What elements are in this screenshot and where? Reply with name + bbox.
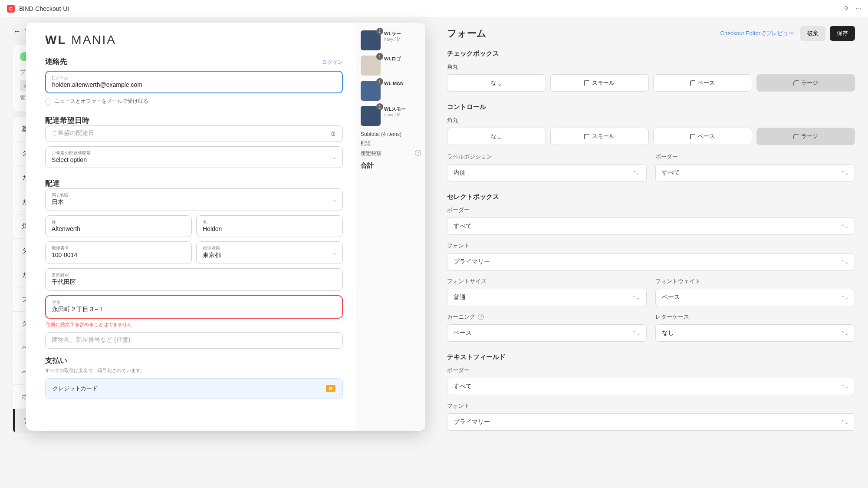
discard-button[interactable]: 破棄 — [800, 26, 825, 41]
email-value: holden.altenwerth@example.com — [52, 81, 142, 88]
calendar-icon: 🗓 — [331, 131, 336, 137]
checkout-preview-modal: WL MANIA 連絡先 ログイン Eメール holden.altenwerth… — [26, 23, 425, 431]
cart-item: 1 WLスモーnavy / M — [361, 106, 421, 126]
corner-icon — [793, 134, 799, 139]
lastname-field[interactable]: 姓 Altenwerth — [45, 215, 192, 237]
delivery-time-select[interactable]: ご希望の配達時間帯 Select option ⌄ — [45, 146, 343, 168]
corner-icon — [584, 134, 589, 139]
radius-small[interactable]: スモール — [550, 74, 649, 92]
sb-fontweight-select[interactable]: ベース⌃⌄ — [655, 289, 855, 306]
radius-base[interactable]: ベース — [653, 74, 752, 92]
payment-title: 支払い — [45, 356, 343, 366]
address-error: 住所に絵文字を含めることはできません — [46, 321, 343, 328]
panel-title: フォーム — [447, 27, 487, 40]
radius-large[interactable]: ラージ — [756, 128, 855, 145]
updown-icon: ⌃⌄ — [841, 224, 848, 229]
preview-main: WL MANIA 連絡先 ログイン Eメール holden.altenwerth… — [26, 23, 356, 431]
address-field[interactable]: 住所 永田町２丁目３−１ — [45, 295, 343, 319]
shipping-row: 配送 — [361, 140, 421, 147]
checkbox-radius-label: 角丸 — [447, 63, 855, 71]
updown-icon: ⌃⌄ — [632, 295, 640, 300]
building-field[interactable]: 建物名、部屋番号など (任意) — [45, 332, 343, 349]
checkbox-section: チェックボックス 角丸 なし スモール ベース ラージ — [447, 49, 855, 92]
kerning-label: カーニング? — [447, 313, 647, 321]
shipping-section: 配達 国 / 地域 日本 ⌄ 姓 Altenwerth 名 Holden — [45, 178, 343, 349]
chevron-down-icon: ⌄ — [332, 155, 336, 160]
payment-note: すべての取引は安全で、暗号化されています。 — [45, 367, 343, 374]
sb-lettercase-select[interactable]: なし⌃⌄ — [655, 324, 855, 342]
product-thumb: 1 — [361, 106, 381, 126]
radius-large[interactable]: ラージ — [756, 74, 855, 92]
updown-icon: ⌃⌄ — [841, 295, 848, 300]
updown-icon: ⌃⌄ — [632, 330, 640, 336]
email-field[interactable]: Eメール holden.altenwerth@example.com — [45, 71, 343, 93]
prefecture-select[interactable]: 都道府県 東京都 ⌄ — [196, 241, 343, 264]
brand-logo: WL MANIA — [45, 33, 343, 47]
cart-item: 1 WL MAN — [361, 81, 421, 101]
city-field[interactable]: 市区町村 千代田区 — [45, 268, 343, 291]
email-label: Eメール — [52, 75, 336, 81]
label-position-select[interactable]: 内側⌃⌄ — [447, 164, 647, 181]
sb-fontsize-select[interactable]: 普通⌃⌄ — [447, 289, 647, 306]
sb-kerning-select[interactable]: ベース⌃⌄ — [447, 324, 647, 342]
updown-icon: ⌃⌄ — [841, 419, 848, 425]
product-thumb: 1 — [361, 30, 381, 50]
subtotal-row: Subtotal (4 items) — [361, 131, 421, 137]
radius-base[interactable]: ベース — [653, 128, 752, 145]
control-title: コントロール — [447, 103, 855, 111]
sb-font-select[interactable]: プライマリー⌃⌄ — [447, 253, 855, 270]
updown-icon: ⌃⌄ — [632, 170, 640, 176]
preview-link[interactable]: Checkout Editorでプレビュー — [720, 30, 795, 37]
chevron-down-icon: ⌄ — [332, 250, 336, 256]
payment-section: 支払い すべての取引は安全で、暗号化されています。 クレジットカード B — [45, 356, 343, 399]
checkbox-title: チェックボックス — [447, 49, 855, 58]
control-radius-segmented: なし スモール ベース ラージ — [447, 128, 855, 145]
delivery-time-section: 配達希望日時 ご希望の配達日 🗓 ご希望の配達時間帯 Select option… — [45, 115, 343, 168]
tax-row: 想定税額 ? — [361, 150, 421, 157]
pin-icon[interactable]: ⚲ — [844, 5, 848, 12]
textfield-section: テキストフィールド ボーダー すべて⌃⌄ フォント プライマリー⌃⌄ — [447, 353, 855, 431]
titlebar: C BiND-Checkout-UI ⚲ ⋯ — [0, 0, 868, 17]
selectbox-title: セレクトボックス — [447, 193, 855, 201]
updown-icon: ⌃⌄ — [841, 330, 848, 336]
corner-icon — [793, 80, 799, 86]
credit-card-option[interactable]: クレジットカード B — [45, 378, 343, 399]
country-select[interactable]: 国 / 地域 日本 ⌄ — [45, 188, 343, 211]
more-icon[interactable]: ⋯ — [855, 5, 861, 12]
sb-border-select[interactable]: すべて⌃⌄ — [447, 218, 855, 235]
radius-small[interactable]: スモール — [550, 128, 649, 145]
textfield-title: テキストフィールド — [447, 353, 855, 361]
arrow-left-icon: ← — [13, 27, 21, 36]
left-panel: ← プ 公開 プロフ デフ 管理用 基本デ グロ カラ カラ 角丸 タイ カスタ… — [0, 17, 434, 488]
help-icon[interactable]: ? — [478, 314, 484, 320]
cart-item: 1 WLロゴ — [361, 56, 421, 76]
label-position-label: ラベルポジション — [447, 153, 647, 161]
delivery-time-title: 配達希望日時 — [45, 115, 343, 125]
tf-border-select[interactable]: すべて⌃⌄ — [447, 378, 855, 395]
corner-icon — [584, 80, 589, 86]
updown-icon: ⌃⌄ — [841, 384, 848, 389]
border-select[interactable]: すべて⌃⌄ — [655, 164, 855, 181]
delivery-date-field[interactable]: ご希望の配達日 🗓 — [45, 125, 343, 142]
radius-none[interactable]: なし — [447, 128, 546, 145]
zip-field[interactable]: 郵便番号 100-0014 — [45, 241, 192, 264]
contact-section: 連絡先 ログイン Eメール holden.altenwerth@example.… — [45, 56, 343, 105]
corner-icon — [690, 80, 695, 86]
card-badge-icon: B — [326, 385, 335, 392]
checkbox-icon — [45, 99, 51, 105]
checkbox-radius-segmented: なし スモール ベース ラージ — [447, 74, 855, 92]
save-button[interactable]: 保存 — [830, 26, 855, 41]
radius-none[interactable]: なし — [447, 74, 546, 92]
updown-icon: ⌃⌄ — [841, 170, 848, 176]
help-icon[interactable]: ? — [415, 150, 421, 156]
contact-title: 連絡先 — [45, 56, 67, 66]
newsletter-checkbox[interactable]: ニュースとオファーをメールで受け取る — [45, 98, 343, 105]
cart-item: 1 WLラーnavy / M — [361, 30, 421, 50]
cart-summary: 1 WLラーnavy / M 1 WLロゴ 1 WL MAN 1 WLスモーna… — [356, 23, 425, 431]
control-section: コントロール 角丸 なし スモール ベース ラージ ラベルポジション 内側⌃⌄ … — [447, 103, 855, 181]
border-label: ボーダー — [655, 153, 855, 161]
tf-font-select[interactable]: プライマリー⌃⌄ — [447, 413, 855, 431]
login-link[interactable]: ログイン — [322, 59, 343, 66]
firstname-field[interactable]: 名 Holden — [196, 215, 343, 237]
selectbox-section: セレクトボックス ボーダー すべて⌃⌄ フォント プライマリー⌃⌄ フォントサイ… — [447, 193, 855, 342]
